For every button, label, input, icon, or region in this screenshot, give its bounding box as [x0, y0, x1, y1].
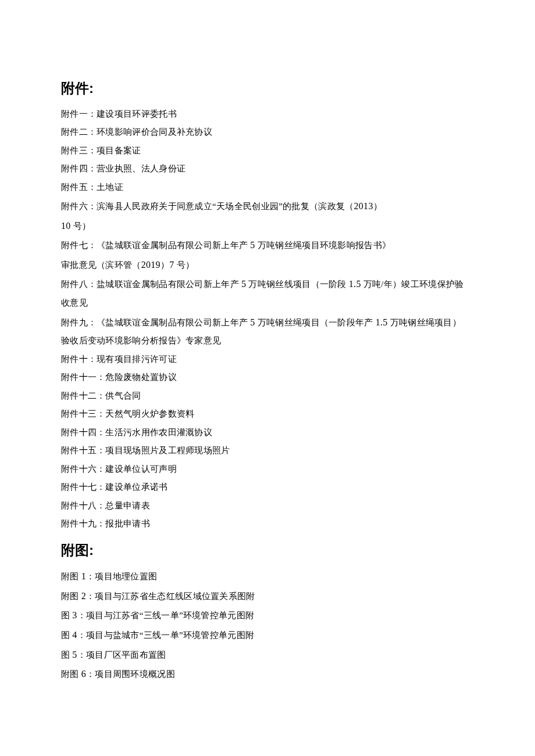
list-item: 附件一：建设项目环评委托书: [61, 105, 474, 124]
list-item: 附件九：《盐城联谊金属制品有限公司新上年产 5 万吨钢丝绳项目（一阶段年产 1.…: [61, 313, 474, 332]
list-item: 收意见: [61, 294, 474, 313]
list-item: 附件十四：生活污水用作农田灌溉协议: [61, 424, 474, 442]
list-item: 附件十九：报批申请书: [61, 515, 474, 533]
figures-list: 附图 1：项目地理位置图 附图 2：项目与江苏省生态红线区域位置关系图附 图 3…: [61, 567, 474, 684]
list-item: 附图 6：项目周围环境概况图: [61, 664, 474, 684]
list-item: 图 4：项目与盐城市“三线一单”环境管控单元图附: [61, 625, 474, 645]
list-item: 附图 2：项目与江苏省生态红线区域位置关系图附: [61, 586, 474, 606]
list-item: 附件五：土地证: [61, 178, 474, 197]
list-item: 附件八：盐城联谊金属制品有限公司新上年产 5 万吨钢丝线项目（一阶段 1.5 万…: [61, 274, 474, 294]
list-item: 附件三：项目备案证: [61, 142, 474, 160]
list-item: 附件十一：危险废物处置协议: [61, 368, 474, 387]
document-page: 附件: 附件一：建设项目环评委托书 附件二：环境影响评价合同及补充协议 附件三：…: [61, 78, 474, 684]
list-item: 图 3：项目与江苏省“三线一单”环境管控单元图附: [61, 605, 474, 625]
list-item: 审批意见（滨环管（2019）7 号）: [61, 255, 474, 275]
list-item: 附图 1：项目地理位置图: [61, 567, 474, 586]
list-item: 附件十二：供气合同: [61, 387, 474, 406]
list-item: 附件七：《盐城联谊金属制品有限公司新上年产 5 万吨钢丝绳项目环境影响报告书》: [61, 235, 474, 255]
attachments-list: 附件一：建设项目环评委托书 附件二：环境影响评价合同及补充协议 附件三：项目备案…: [61, 105, 474, 533]
list-item: 附件十六：建设单位认可声明: [61, 460, 474, 479]
list-item: 附件四：营业执照、法人身份证: [61, 160, 474, 178]
list-item: 图 5：项目厂区平面布置图: [61, 645, 474, 665]
list-item: 附件十五：项目现场照片及工程师现场照片: [61, 442, 474, 460]
figures-heading: 附图:: [61, 540, 474, 560]
attachments-heading: 附件:: [61, 78, 474, 98]
list-item: 验收后变动环境影响分析报告》专家意见: [61, 332, 474, 350]
list-item: 附件六：滨海县人民政府关于同意成立“天场全民创业园”的批复（滨政复（2013）: [61, 196, 474, 216]
list-item: 附件十七：建设单位承诺书: [61, 478, 474, 497]
list-item: 附件二：环境影响评价合同及补充协议: [61, 123, 474, 142]
list-item: 附件十：现有项目排污许可证: [61, 350, 474, 369]
list-item: 附件十三：天然气明火炉参数资料: [61, 405, 474, 424]
list-item: 附件十八：总量申请表: [61, 497, 474, 515]
list-item: 10 号）: [61, 216, 474, 236]
